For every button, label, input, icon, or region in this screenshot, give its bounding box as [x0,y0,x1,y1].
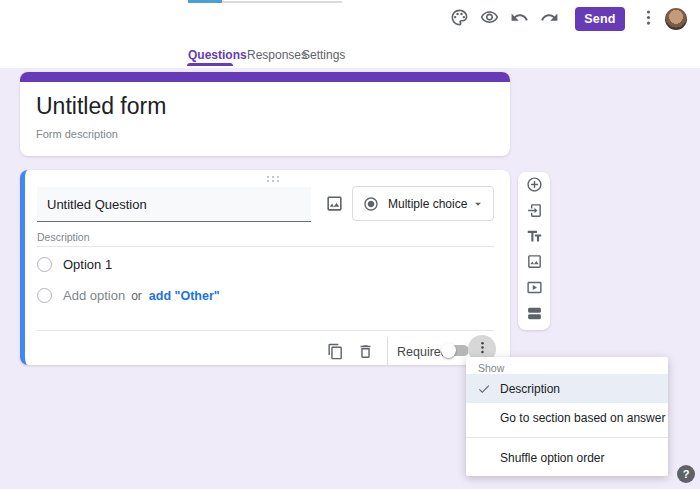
send-button[interactable]: Send [575,7,625,31]
duplicate-question-button[interactable] [322,340,348,366]
drag-handle-icon[interactable] [267,176,281,183]
required-toggle[interactable] [443,345,469,356]
section-icon [526,305,543,326]
add-video-button[interactable] [523,279,545,301]
question-mark-icon: ? [683,468,690,480]
add-option-row: Add option or add "Other" [37,288,220,303]
radio-checked-icon [363,196,379,212]
add-image-button[interactable] [523,253,545,275]
menu-item-go-to-section[interactable]: Go to section based on answer [466,403,668,432]
palette-icon [450,8,469,31]
menu-item-description[interactable]: Description [466,374,668,403]
top-header: Send Questions Responses Settings [0,0,700,68]
eye-icon [480,8,499,31]
question-type-dropdown[interactable]: Multiple choice [352,186,494,221]
account-avatar[interactable] [665,8,687,30]
import-questions-button[interactable] [523,201,545,223]
question-card: Multiple choice Description Option 1 Add… [20,170,510,365]
preview-button[interactable] [475,5,503,33]
question-description-field[interactable]: Description [37,231,90,243]
menu-divider [466,437,668,438]
question-title-input[interactable] [37,187,311,222]
radio-unchecked-icon [37,257,52,272]
cropped-toolbar-line [222,1,342,3]
toggle-knob [441,343,456,358]
footer-divider [37,330,494,331]
redo-button[interactable] [535,5,563,33]
more-options-button[interactable] [634,5,662,33]
tab-responses[interactable]: Responses [247,48,307,64]
menu-item-shuffle-options[interactable]: Shuffle option order [466,443,668,472]
trash-icon [357,343,374,364]
form-theme-band [20,72,510,82]
chevron-down-icon [471,197,485,211]
or-text: or [131,289,142,303]
more-vertical-icon [639,8,658,31]
image-icon [325,194,344,217]
add-other-link[interactable]: add "Other" [149,289,220,303]
delete-question-button[interactable] [352,340,378,366]
add-circle-icon [526,176,543,197]
footer-vertical-divider [387,337,388,365]
menu-section-header: Show [478,362,504,374]
more-vertical-icon [475,340,490,359]
radio-unchecked-icon [37,288,52,303]
undo-icon [510,8,529,31]
redo-icon [540,8,559,31]
google-forms-editor: Send Questions Responses Settings Untitl… [0,0,700,489]
option-row-1[interactable]: Option 1 [37,257,112,272]
option-label[interactable]: Option 1 [63,257,112,272]
copy-icon [327,343,344,364]
add-option-button[interactable]: Add option [63,288,125,303]
add-section-button[interactable] [523,304,545,326]
checkmark-icon [477,382,491,396]
menu-item-label: Description [500,382,560,396]
help-button[interactable]: ? [677,465,695,483]
question-toolbar [518,172,550,330]
add-image-to-question-button[interactable] [321,192,347,218]
active-tab-indicator [187,63,233,66]
customize-theme-button[interactable] [445,5,473,33]
menu-item-label: Go to section based on answer [500,411,665,425]
question-type-value: Multiple choice [388,197,471,211]
cropped-toolbar-edge [188,0,222,3]
form-description-field[interactable]: Form description [36,128,118,140]
undo-button[interactable] [505,5,533,33]
tab-settings[interactable]: Settings [302,48,345,64]
form-header-card: Untitled form Form description [20,72,510,156]
add-question-button[interactable] [523,176,545,198]
import-questions-icon [526,202,543,223]
form-title[interactable]: Untitled form [36,93,166,120]
image-icon [526,253,543,274]
add-title-description-button[interactable] [523,227,545,249]
required-label: Required [397,345,448,359]
menu-item-label: Shuffle option order [500,451,605,465]
description-underline [37,246,494,247]
text-fields-icon [526,228,543,249]
tab-questions[interactable]: Questions [188,48,247,64]
video-icon [526,279,543,300]
question-options-menu: Show Description Go to section based on … [466,357,668,476]
